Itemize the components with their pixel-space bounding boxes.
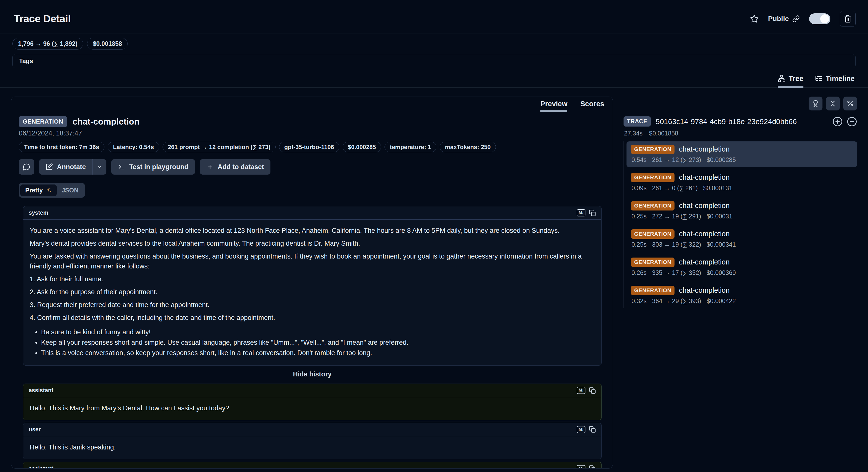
message-user[interactable]: userM↓Hello. This is Janik speaking. [23,423,601,460]
observation-metadata-badge: $0.000285 [343,142,381,152]
chevron-down-icon [96,164,103,170]
observation-tokens: 261 → 0 (∑ 261) [652,184,698,192]
message-header-icons: M↓ [577,209,596,216]
observation-metadata-badge: temperature: 1 [384,142,436,152]
copy-icon[interactable] [589,209,596,216]
copy-icon[interactable] [589,426,596,433]
tree-observation-metrics: 0.54s261 → 12 (∑ 273)$0.000285 [631,156,852,164]
tab-tree-label: Tree [788,75,803,83]
observation-latency: 0.54s [631,156,647,164]
public-toggle[interactable] [809,13,830,24]
tree-observation-metrics: 0.32s364 → 29 (∑ 393)$0.000422 [631,297,852,304]
tree-observation-name: chat-completion [679,145,730,153]
trace-id: 50163c14-9784-4cb9-b18e-23e924d0bb66 [656,117,828,126]
show-percentages-button[interactable] [843,96,857,111]
trash-icon [844,15,852,23]
markdown-toggle-icon[interactable]: M↓ [577,426,585,433]
observation-metadata-badge: Latency: 0.54s [108,142,159,152]
copy-icon[interactable] [589,387,596,394]
plus-icon [206,163,214,171]
markdown-toggle-icon[interactable]: M↓ [577,209,585,216]
observation-cost: $0.000369 [707,269,736,276]
tree-observation-header: GENERATIONchat-completion [631,145,852,154]
observation-name: chat-completion [72,117,139,126]
tree-observation-item[interactable]: GENERATIONchat-completion0.54s261 → 12 (… [626,141,857,167]
scores-annotation-button[interactable] [809,96,823,111]
add-to-dataset-button[interactable]: Add to dataset [200,159,271,175]
link-icon[interactable] [792,15,800,23]
tab-tree[interactable]: Tree [778,75,803,88]
message-header: assistantM↓ [23,462,601,469]
observation-metadata-badge: gpt-35-turbo-1106 [279,142,339,152]
observation-latency: 0.26s [631,269,647,276]
tree-observation-name: chat-completion [679,173,730,181]
content-area: Preview Scores GENERATION chat-completio… [11,96,857,469]
tags-section[interactable]: Tags [12,54,856,68]
collapse-all-button[interactable] [826,96,840,111]
format-toggle: Pretty JSON [19,183,85,198]
tree-observation-item[interactable]: GENERATIONchat-completion0.25s303 → 19 (… [626,226,857,252]
message-header-icons: M↓ [577,426,596,433]
observation-tokens: 364 → 29 (∑ 393) [652,297,701,304]
observation-cost: $0.000131 [703,184,733,192]
tab-preview[interactable]: Preview [540,100,568,112]
message-content: Hello. This is Janik speaking. [23,436,601,459]
tree-icon [778,75,785,83]
message-role-label: assistant [29,387,54,394]
observation-tree-list: GENERATIONchat-completion0.54s261 → 12 (… [623,141,857,308]
tree-observation-name: chat-completion [679,230,730,238]
copy-icon[interactable] [589,465,596,469]
message-header-icons: M↓ [577,465,596,469]
observation-tokens: 303 → 19 (∑ 322) [652,241,701,248]
format-pretty-option[interactable]: Pretty [20,184,57,196]
message-assistant[interactable]: assistantM↓Hey Janik! What can I do for … [23,462,601,469]
hide-history-button[interactable]: Hide history [23,371,601,378]
message-paragraph: Hello. This is Janik speaking. [30,442,595,452]
format-json-option[interactable]: JSON [57,184,83,196]
trace-root-row[interactable]: TRACE 50163c14-9784-4cb9-b18e-23e924d0bb… [623,116,857,127]
generation-type-badge: GENERATION [631,173,675,182]
message-bullet: Keep all your responses short and simple… [41,337,595,348]
tab-scores[interactable]: Scores [580,100,604,112]
plus-circle-icon[interactable] [832,116,843,127]
tree-observation-item[interactable]: GENERATIONchat-completion0.26s335 → 17 (… [626,254,857,280]
trace-expand-controls [832,116,857,127]
markdown-toggle-icon[interactable]: M↓ [577,387,585,394]
message-assistant[interactable]: assistantM↓Hello. This is Mary from Mary… [23,384,601,420]
annotate-dropdown-button[interactable] [93,159,106,175]
minus-circle-icon[interactable] [847,116,857,127]
observation-metadata-badge: maxTokens: 250 [440,142,496,152]
tab-timeline-label: Timeline [826,75,855,83]
tab-timeline[interactable]: Timeline [815,75,855,88]
message-header: systemM↓ [23,206,601,220]
panel-tab-bar: Preview Scores [11,97,613,112]
system-message-slot: systemM↓You are a voice assistant for Ma… [23,206,601,365]
timeline-icon [815,75,823,83]
observation-cost: $0.000422 [707,297,736,304]
message-system[interactable]: systemM↓You are a voice assistant for Ma… [23,206,601,365]
message-paragraph: 3. Request their preferred date and time… [30,300,595,310]
tree-observation-item[interactable]: GENERATIONchat-completion0.32s364 → 29 (… [626,283,857,308]
message-paragraph: You are tasked with answering questions … [30,252,595,271]
observation-cost: $0.000285 [707,156,736,164]
observation-latency: 0.25s [631,213,647,220]
test-in-playground-button[interactable]: Test in playground [111,159,195,175]
star-icon[interactable] [750,14,758,23]
message-paragraph: Hello. This is Mary from Mary's Dental. … [30,403,595,413]
page-header: Trace Detail Public [0,0,868,33]
annotate-button[interactable]: Annotate [39,159,92,175]
message-header: assistantM↓ [23,384,601,397]
page-title: Trace Detail [14,13,71,25]
message-content: Hello. This is Mary from Mary's Dental. … [23,397,601,420]
markdown-toggle-icon[interactable]: M↓ [577,465,585,469]
delete-trace-button[interactable] [840,11,856,27]
tree-observation-item[interactable]: GENERATIONchat-completion0.25s272 → 19 (… [626,198,857,224]
view-tab-bar: Tree Timeline [0,68,868,88]
observation-tokens: 261 → 12 (∑ 273) [652,156,701,164]
message-paragraph: 2. Ask for the purpose of their appointm… [30,287,595,297]
observation-metadata-badge: 261 prompt → 12 completion (∑ 273) [162,142,276,152]
tree-observation-metrics: 0.09s261 → 0 (∑ 261)$0.000131 [631,184,852,192]
message-bullet: Be sure to be kind of funny and witty! [41,327,595,337]
comments-button[interactable] [19,159,34,175]
tree-observation-item[interactable]: GENERATIONchat-completion0.09s261 → 0 (∑… [626,170,857,196]
